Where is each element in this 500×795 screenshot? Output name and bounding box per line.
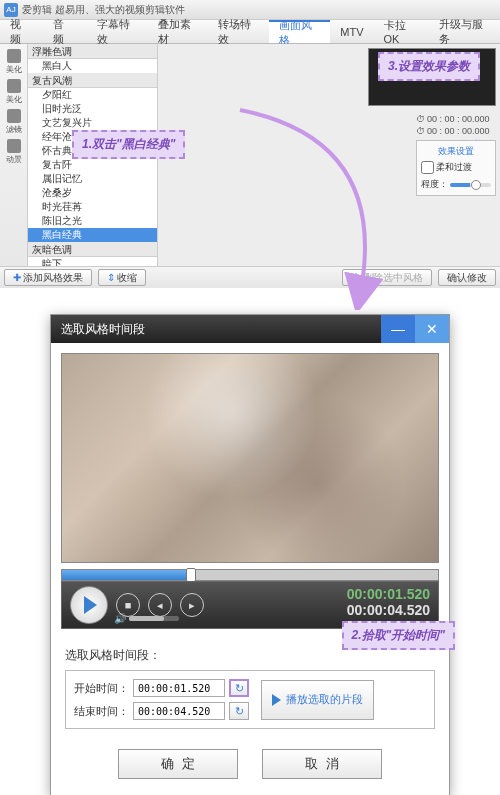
star-icon <box>7 79 21 93</box>
volume-slider[interactable] <box>129 616 179 621</box>
next-frame-button[interactable]: ▸ <box>180 593 204 617</box>
tool-scene[interactable]: 动景 <box>3 138 25 166</box>
minimize-button[interactable]: — <box>381 315 415 343</box>
list-item[interactable]: 文艺复兴片 <box>28 116 157 130</box>
menu-style[interactable]: 画面风格 <box>269 20 330 43</box>
menu-karaoke[interactable]: 卡拉OK <box>374 20 429 43</box>
plus-icon: ✚ <box>13 272 21 283</box>
time-range-dialog: 选取风格时间段 — ✕ ■ ◂ ▸ 00:00:01.520 00:00:04.… <box>50 314 450 795</box>
current-time: 00:00:01.520 <box>347 586 430 602</box>
collapse-icon: ⇕ <box>107 272 115 283</box>
settings-header: 效果设置 <box>421 145 491 158</box>
tool-beautify-2[interactable]: 美化 <box>3 78 25 106</box>
start-time-field: 开始时间： ↻ <box>74 679 249 697</box>
volume-icon: 🔊 <box>114 613 126 624</box>
category-header[interactable]: 浮雕色调 <box>28 44 157 59</box>
cancel-button[interactable]: 取消 <box>262 749 382 779</box>
list-item[interactable]: 属旧记忆 <box>28 172 157 186</box>
list-item[interactable]: 复古阡 <box>28 158 157 172</box>
menu-transition[interactable]: 转场特效 <box>208 20 269 43</box>
seek-thumb[interactable] <box>186 568 196 582</box>
list-item[interactable]: 时光荏苒 <box>28 200 157 214</box>
menu-audio[interactable]: 音 频 <box>43 20 86 43</box>
list-item[interactable]: 旧时光泛 <box>28 102 157 116</box>
dialog-titlebar: 选取风格时间段 — ✕ <box>51 315 449 343</box>
tool-filter[interactable]: 滤镜 <box>3 108 25 136</box>
undo-button[interactable]: ⇕收缩 <box>98 269 146 286</box>
callout-3: 3.设置效果参数 <box>378 52 480 81</box>
time-selection-section: 选取风格时间段： 开始时间： ↻ 结束时间： ↻ 播放选取的片段 2.拾取"开始… <box>51 639 449 737</box>
pick-start-time-button[interactable]: ↻ <box>229 679 249 697</box>
category-header[interactable]: 复古风潮 <box>28 73 157 88</box>
category-header[interactable]: 灰暗色调 <box>28 242 157 257</box>
soft-transition-checkbox[interactable]: 柔和过渡 <box>421 161 491 174</box>
timecode-display: 00:00:01.520 00:00:04.520 <box>347 586 430 618</box>
video-player: ■ ◂ ▸ 00:00:01.520 00:00:04.520 🔊 <box>51 343 449 639</box>
list-item[interactable]: 陈旧之光 <box>28 214 157 228</box>
dialog-buttons: 确定 取消 <box>51 737 449 795</box>
pick-end-time-button[interactable]: ↻ <box>229 702 249 720</box>
app-logo-icon: AJ <box>4 3 18 17</box>
callout-1: 1.双击"黑白经典" <box>72 130 185 159</box>
video-frame <box>61 353 439 563</box>
tutorial-arrow-icon <box>210 100 410 310</box>
menu-subtitle[interactable]: 字幕特效 <box>87 20 148 43</box>
main-menubar: 视 频 音 频 字幕特效 叠加素材 转场特效 画面风格 MTV 卡拉OK 升级与… <box>0 20 500 44</box>
list-item[interactable]: 黑白人 <box>28 59 157 73</box>
confirm-button[interactable]: 确认修改 <box>438 269 496 286</box>
menu-upgrade[interactable]: 升级与服务 <box>429 20 500 43</box>
tool-beautify[interactable]: 美化 <box>3 48 25 76</box>
menu-overlay[interactable]: 叠加素材 <box>148 20 209 43</box>
list-item[interactable]: 暗下 <box>28 257 157 266</box>
menu-mtv[interactable]: MTV <box>330 20 373 43</box>
total-time: 00:00:04.520 <box>347 602 430 618</box>
list-item[interactable]: 沧桑岁 <box>28 186 157 200</box>
left-toolbar: 美化 美化 滤镜 动景 <box>0 44 28 266</box>
degree-slider[interactable] <box>450 183 491 187</box>
close-button[interactable]: ✕ <box>415 315 449 343</box>
list-item-selected[interactable]: 黑白经典 <box>28 228 157 242</box>
start-time-input[interactable] <box>133 679 225 697</box>
play-segment-button[interactable]: 播放选取的片段 <box>261 680 374 720</box>
app-title: 爱剪辑 超易用、强大的视频剪辑软件 <box>22 3 185 17</box>
dialog-title: 选取风格时间段 <box>61 321 145 338</box>
callout-2: 2.拾取"开始时间" <box>342 621 455 650</box>
main-app-window: AJ 爱剪辑 超易用、强大的视频剪辑软件 视 频 音 频 字幕特效 叠加素材 转… <box>0 0 500 288</box>
menu-video[interactable]: 视 频 <box>0 20 43 43</box>
add-style-button[interactable]: ✚添加风格效果 <box>4 269 92 286</box>
time-input-box: 开始时间： ↻ 结束时间： ↻ 播放选取的片段 <box>65 670 435 729</box>
star-icon <box>7 49 21 63</box>
end-time-field: 结束时间： ↻ <box>74 702 249 720</box>
effect-settings-panel: 效果设置 柔和过渡 程度： <box>416 140 496 196</box>
seek-bar[interactable] <box>61 569 439 581</box>
list-item[interactable]: 夕阳红 <box>28 88 157 102</box>
filter-icon <box>7 109 21 123</box>
scene-icon <box>7 139 21 153</box>
ok-button[interactable]: 确定 <box>118 749 238 779</box>
volume-control: 🔊 <box>114 613 179 624</box>
end-time-input[interactable] <box>133 702 225 720</box>
play-button[interactable] <box>70 586 108 624</box>
seek-progress <box>62 570 186 580</box>
